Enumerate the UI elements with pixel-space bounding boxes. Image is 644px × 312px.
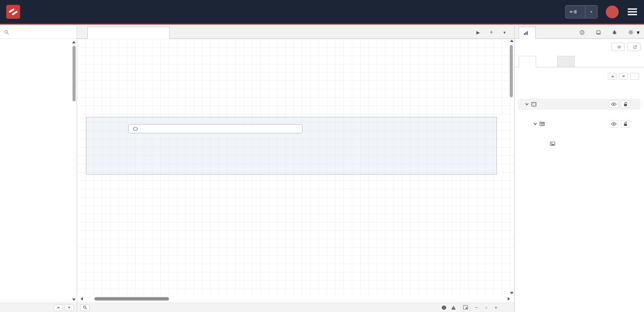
zoom-out-button[interactable]: − [473,304,480,311]
open-dashboard-button[interactable] [627,43,641,51]
search-icon [4,30,9,35]
main-menu-button[interactable] [627,7,638,17]
canvas-footer: − ○ + [77,303,514,312]
page-icon [531,102,536,107]
deploy-options-caret[interactable]: ▾ [585,9,597,14]
unlock-icon [624,121,628,126]
group-lock-button[interactable] [621,120,630,128]
tree-row-group-maintenance[interactable] [518,118,641,129]
warning-count[interactable] [451,305,457,310]
palette-scrollbar-thumb[interactable] [73,46,76,101]
tab-layout[interactable] [519,56,536,67]
workspace-tab-server-3[interactable] [87,27,170,39]
flow-node-comment[interactable] [128,124,303,133]
bug-icon [612,30,617,35]
warning-triangle-icon [451,305,456,310]
minimap-icon [463,305,468,310]
info-button[interactable] [578,28,585,36]
pages-help-text [515,81,637,90]
palette-search [0,26,77,39]
gear-icon [617,45,621,49]
bar-chart-icon [524,31,528,35]
tree-row-widget-scheduled-maintenance[interactable] [518,138,641,149]
deploy-icon [570,10,577,14]
flow-list-button[interactable]: ▾ [500,28,509,36]
chevron-down-icon[interactable] [534,122,537,125]
expand-categories-button[interactable] [65,304,74,311]
info-circle-icon [442,305,446,310]
canvas-vscroll-thumb[interactable] [510,45,513,97]
info-icon [580,30,584,35]
add-page-button[interactable] [630,73,639,80]
node-red-logo-icon [6,5,20,19]
comment-icon [133,127,138,131]
sidebar-tab-dashboard[interactable] [519,27,536,39]
workspace-tabbar: ▶ + ▾ [77,26,514,39]
zoom-search-button[interactable] [80,304,90,311]
page-lock-button[interactable] [621,100,630,108]
config-nodes-button[interactable] [627,28,634,36]
user-avatar[interactable] [606,6,619,18]
node-palette [0,26,77,312]
external-link-icon [633,45,637,49]
layout-tree [515,90,644,149]
gear-icon [628,30,633,35]
debug-messages-button[interactable] [611,28,618,36]
collapse-categories-button[interactable] [54,304,63,311]
palette-scrollbar[interactable] [72,41,76,301]
header: ▾ [0,0,644,25]
eye-icon [611,122,617,126]
expand-all-button[interactable] [619,73,628,80]
workspace: ▶ + ▾ [77,26,514,312]
tab-theming[interactable] [557,56,575,67]
edit-settings-button[interactable] [611,43,625,51]
pages-header [515,67,644,81]
deploy-button[interactable]: ▾ [565,5,598,18]
zoom-reset-button[interactable]: ○ [483,304,489,311]
magnifier-icon [83,305,87,310]
image-icon [550,142,555,146]
group-visibility-button[interactable] [609,120,618,128]
tab-scroll-right-button[interactable]: ▶ [474,28,482,36]
unlock-icon [624,102,628,107]
zoom-in-button[interactable]: + [493,304,499,311]
palette-footer [0,303,77,312]
canvas-vertical-scrollbar[interactable] [509,40,514,294]
docs-button[interactable] [595,28,602,36]
tree-row-page-home[interactable] [518,99,641,110]
eye-icon [611,102,617,106]
dashboard-toolbar [515,39,644,54]
add-flow-button[interactable]: + [487,28,495,36]
canvas-horizontal-scrollbar[interactable] [77,295,514,303]
canvas-hscroll-thumb[interactable] [94,297,169,301]
dashboard-sidebar-tabs [515,55,644,67]
palette-filter-input[interactable] [12,29,64,35]
sidebar-header: ▾ [515,26,644,39]
node-red-app: ▾ [0,0,644,312]
sidebar: ▾ [514,26,644,312]
info-count[interactable] [442,305,448,310]
flow-canvas[interactable] [77,39,514,295]
sidebar-options-caret[interactable]: ▾ [637,26,639,39]
book-icon [596,30,601,35]
chevron-down-icon[interactable] [525,102,529,106]
collapse-all-button[interactable] [608,73,617,80]
minimap-toggle-button[interactable] [461,304,470,311]
page-visibility-button[interactable] [609,100,618,108]
table-icon [540,122,545,126]
